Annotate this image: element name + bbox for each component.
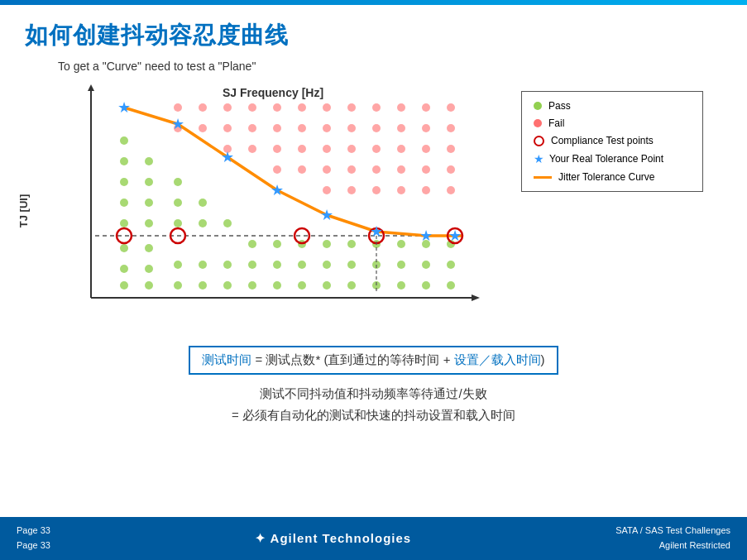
bottom-note: 测试不同抖动值和抖动频率等待通过/失败 = 必须有自动化的测试和快速的抖动设置和… bbox=[25, 383, 722, 425]
svg-point-89 bbox=[422, 261, 430, 269]
svg-point-102 bbox=[199, 261, 207, 269]
svg-point-67 bbox=[120, 178, 128, 186]
svg-point-104 bbox=[174, 261, 182, 269]
svg-point-77 bbox=[347, 240, 356, 248]
pass-dot-icon bbox=[534, 102, 542, 110]
svg-point-56 bbox=[422, 186, 430, 194]
svg-point-37 bbox=[298, 145, 306, 153]
svg-point-101 bbox=[223, 281, 232, 290]
legend-compliance: Compliance Test points bbox=[534, 135, 691, 146]
svg-point-55 bbox=[397, 186, 405, 194]
svg-point-93 bbox=[298, 281, 306, 290]
svg-point-47 bbox=[347, 165, 356, 174]
legend-tolerance-point: ★ Your Real Tolerance Point bbox=[534, 152, 691, 165]
svg-point-31 bbox=[397, 124, 405, 132]
footer-center: ✦ Agilent Technologies bbox=[255, 531, 411, 546]
svg-point-92 bbox=[273, 281, 281, 290]
svg-point-91 bbox=[248, 281, 256, 290]
svg-text:★: ★ bbox=[117, 99, 131, 116]
legend-fail: Fail bbox=[534, 117, 691, 129]
svg-point-49 bbox=[397, 165, 405, 174]
svg-point-23 bbox=[199, 124, 207, 132]
svg-text:★: ★ bbox=[370, 223, 383, 240]
svg-point-61 bbox=[199, 219, 207, 227]
legend-curve: Jitter Tolerance Curve bbox=[534, 171, 691, 183]
svg-point-20 bbox=[422, 103, 430, 112]
curve-line-icon bbox=[534, 176, 552, 179]
svg-point-21 bbox=[447, 103, 455, 112]
svg-point-12 bbox=[223, 103, 232, 112]
svg-point-62 bbox=[223, 219, 232, 227]
svg-text:★: ★ bbox=[448, 227, 462, 244]
svg-point-57 bbox=[447, 186, 455, 194]
svg-point-94 bbox=[323, 281, 331, 290]
svg-marker-2 bbox=[472, 294, 480, 301]
svg-point-71 bbox=[145, 157, 153, 165]
bottom-note-line2: = 必须有自动化的测试和快速的抖动设置和载入时间 bbox=[25, 404, 722, 426]
svg-point-16 bbox=[323, 103, 331, 112]
svg-point-6 bbox=[120, 265, 128, 273]
svg-point-65 bbox=[174, 199, 182, 207]
svg-point-8 bbox=[120, 281, 128, 290]
legend-pass-label: Pass bbox=[548, 100, 571, 112]
svg-point-45 bbox=[298, 165, 306, 174]
svg-text:★: ★ bbox=[221, 149, 234, 165]
svg-point-19 bbox=[397, 103, 405, 112]
legend-compliance-label: Compliance Test points bbox=[551, 135, 654, 146]
svg-point-38 bbox=[323, 145, 331, 153]
svg-point-68 bbox=[145, 178, 153, 186]
svg-point-50 bbox=[422, 165, 430, 174]
svg-point-85 bbox=[323, 261, 331, 269]
subtitle-text: To get a "Curve" need to test a "Plane" bbox=[58, 60, 722, 73]
chart-wrapper: TJ [UI] bbox=[25, 83, 496, 339]
svg-point-14 bbox=[273, 103, 281, 112]
svg-point-69 bbox=[174, 178, 182, 186]
svg-point-90 bbox=[447, 261, 455, 269]
fail-dot-icon bbox=[534, 119, 542, 127]
svg-point-51 bbox=[447, 165, 455, 174]
svg-point-66 bbox=[199, 199, 207, 207]
svg-point-36 bbox=[273, 145, 281, 153]
star-icon: ★ bbox=[534, 152, 544, 165]
svg-point-84 bbox=[298, 261, 306, 269]
svg-point-60 bbox=[174, 219, 182, 227]
svg-point-95 bbox=[347, 281, 356, 290]
svg-point-30 bbox=[372, 124, 381, 132]
compliance-circle-icon bbox=[534, 136, 544, 146]
formula-box: 测试时间 = 测试点数* (直到通过的等待时间 + 设置／载入时间) bbox=[189, 346, 558, 375]
footer-title: SATA / SAS Test Challenges bbox=[615, 524, 730, 538]
svg-point-26 bbox=[273, 124, 281, 132]
svg-point-79 bbox=[397, 240, 405, 248]
svg-point-54 bbox=[372, 186, 381, 194]
svg-point-76 bbox=[323, 240, 331, 248]
svg-point-29 bbox=[347, 124, 356, 132]
svg-point-63 bbox=[120, 199, 128, 207]
footer-page2: Page 33 bbox=[17, 538, 50, 553]
svg-text:★: ★ bbox=[271, 182, 284, 199]
svg-point-43 bbox=[447, 145, 455, 153]
svg-text:★: ★ bbox=[320, 207, 333, 223]
svg-point-5 bbox=[145, 244, 153, 252]
bottom-note-line1: 测试不同抖动值和抖动频率等待通过/失败 bbox=[25, 383, 722, 404]
y-axis-label: TJ [UI] bbox=[17, 194, 30, 227]
svg-point-27 bbox=[298, 124, 306, 132]
svg-point-42 bbox=[422, 145, 430, 153]
svg-point-39 bbox=[347, 145, 356, 153]
svg-point-82 bbox=[248, 261, 256, 269]
footer-page1: Page 33 bbox=[17, 524, 50, 538]
svg-point-72 bbox=[120, 136, 128, 145]
svg-point-103 bbox=[199, 281, 207, 290]
legend-curve-label: Jitter Tolerance Curve bbox=[558, 171, 655, 183]
svg-point-53 bbox=[347, 186, 356, 194]
svg-point-13 bbox=[248, 103, 256, 112]
legend-box: Pass Fail Compliance Test points ★ Your … bbox=[521, 91, 703, 192]
legend-fail-label: Fail bbox=[548, 117, 564, 129]
svg-point-46 bbox=[323, 165, 331, 174]
svg-point-98 bbox=[422, 281, 430, 290]
svg-point-105 bbox=[174, 281, 182, 290]
content-area: 如何创建抖动容忍度曲线 To get a "Curve" need to tes… bbox=[0, 5, 747, 517]
svg-point-32 bbox=[422, 124, 430, 132]
slide-title: 如何创建抖动容忍度曲线 bbox=[25, 20, 722, 51]
svg-point-99 bbox=[447, 281, 455, 290]
svg-point-86 bbox=[347, 261, 356, 269]
